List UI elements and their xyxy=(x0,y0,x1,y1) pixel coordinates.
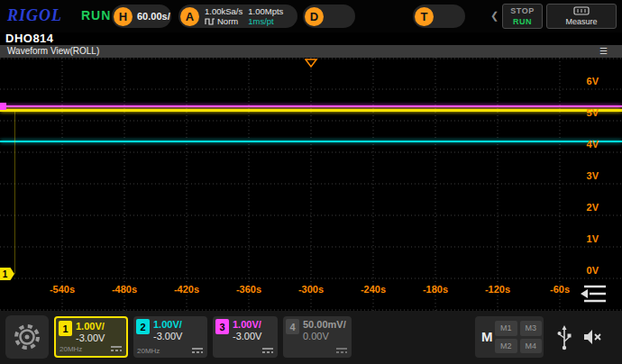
channel-1-badge: 1 xyxy=(59,321,72,336)
ch3-position-marker[interactable] xyxy=(0,103,6,110)
channel-4-badge: 4 xyxy=(286,319,299,334)
x-axis-label: -480s xyxy=(104,284,145,295)
acq-mode: Norm xyxy=(217,16,238,26)
y-axis-label: 6V xyxy=(572,76,599,86)
math-label: M xyxy=(481,316,493,358)
y-axis-label: 3V xyxy=(572,170,599,181)
chevron-left-icon[interactable]: ❮ xyxy=(490,10,499,22)
dc-coupling-icon xyxy=(261,347,274,354)
view-title-bar: Waveform View(ROLL) ☰ xyxy=(0,45,622,58)
acq-mode-row: Norm xyxy=(205,16,242,26)
square-wave-icon xyxy=(205,17,215,25)
horizontal-settings-pill[interactable]: H 60.00s/ xyxy=(112,5,171,28)
waveform-display: 1 6V 5V 4V 3V 2V 1V 0V -540s -480s -420s… xyxy=(0,58,622,311)
channel-4-block[interactable]: 4 50.00mV/ 0.00V xyxy=(283,316,352,358)
timebase-value: 60.00s/ xyxy=(137,11,170,22)
math-button-grid: M1 M3 M2 M4 xyxy=(495,321,542,353)
acquisition-column-2: 1.00Mpts 1ms/pt xyxy=(248,6,283,26)
ch1-trace xyxy=(0,109,622,112)
channel-1-block[interactable]: 1 1.00V/ -3.00V 20MHz xyxy=(54,316,128,358)
channel-3-block[interactable]: 3 1.00V/ -3.00V xyxy=(213,316,278,358)
view-title: Waveform View(ROLL) xyxy=(7,45,99,58)
bottom-channel-bar: 1 1.00V/ -3.00V 20MHz 2 1.00V/ -3.00V 20… xyxy=(0,311,622,364)
measure-icon xyxy=(573,6,590,15)
channel-2-block[interactable]: 2 1.00V/ -3.00V 20MHz xyxy=(133,316,207,358)
dc-coupling-icon xyxy=(191,347,204,354)
x-axis-label: -420s xyxy=(166,284,207,295)
top-status-bar: RIGOL RUN H 60.00s/ A 1.00kSa/s Norm 1.0… xyxy=(0,0,622,32)
x-axis-label: -300s xyxy=(290,284,332,295)
math-panel[interactable]: M M1 M3 M2 M4 xyxy=(475,316,544,358)
a-knob[interactable]: A xyxy=(180,7,199,26)
graticule xyxy=(0,58,622,311)
channel-1-bandwidth: 20MHz xyxy=(59,345,82,353)
x-axis-label: -60s xyxy=(539,284,581,295)
decode-settings-pill[interactable]: D xyxy=(303,5,355,28)
ch3-trace xyxy=(0,105,622,107)
h-knob[interactable]: H xyxy=(114,7,133,26)
measure-button[interactable]: Measure xyxy=(546,4,617,29)
y-axis-label: 5V xyxy=(572,107,599,118)
gear-icon xyxy=(11,321,43,353)
usb-icon xyxy=(557,325,572,350)
channel-1-offset: -3.00V xyxy=(76,332,105,343)
memory-depth: 1.00Mpts xyxy=(248,6,283,16)
channel-3-badge: 3 xyxy=(215,319,229,334)
x-axis-label: -360s xyxy=(228,284,270,295)
x-axis-label: -120s xyxy=(477,284,518,295)
channel-2-scale: 1.00V/ xyxy=(153,319,182,330)
math-button-m1[interactable]: M1 xyxy=(495,321,517,336)
d-knob[interactable]: D xyxy=(305,7,324,26)
acquisition-settings-pill[interactable]: A 1.00kSa/s Norm 1.00Mpts 1ms/pt xyxy=(178,5,297,28)
speaker-mute-icon[interactable] xyxy=(582,327,604,347)
math-button-m3[interactable]: M3 xyxy=(520,321,543,336)
oscilloscope-screen: RIGOL RUN H 60.00s/ A 1.00kSa/s Norm 1.0… xyxy=(0,0,622,364)
settings-gear-button[interactable] xyxy=(5,315,49,359)
acquisition-status: RUN xyxy=(81,8,111,23)
math-button-m2[interactable]: M2 xyxy=(495,339,517,354)
x-axis-label: -240s xyxy=(352,284,394,295)
channel-2-badge: 2 xyxy=(136,319,150,334)
channel-2-offset: -3.00V xyxy=(153,331,182,341)
dc-coupling-icon xyxy=(335,347,348,354)
sample-rate: 1.00kSa/s xyxy=(205,6,242,16)
y-axis-label: 1V xyxy=(572,233,599,244)
y-axis-label: 0V xyxy=(572,265,599,276)
channel-1-scale: 1.00V/ xyxy=(76,321,105,332)
x-axis-label: -180s xyxy=(415,284,456,295)
channel-3-scale: 1.00V/ xyxy=(233,319,261,330)
channel-2-bandwidth: 20MHz xyxy=(137,347,160,355)
rigol-logo: RIGOL xyxy=(7,6,62,25)
sample-interval: 1ms/pt xyxy=(248,16,283,26)
ch1-marker-label: 1 xyxy=(0,269,10,279)
run-label: RUN xyxy=(513,16,532,27)
stop-run-button[interactable]: STOP RUN xyxy=(502,4,543,29)
measure-label: Measure xyxy=(565,16,597,27)
model-name: DHO814 xyxy=(5,32,54,45)
channel-4-scale: 50.00mV/ xyxy=(303,319,346,330)
menu-icon[interactable]: ☰ xyxy=(599,45,608,58)
channel-4-offset: 0.00V xyxy=(303,331,329,341)
x-axis-label: -540s xyxy=(41,284,83,295)
trigger-settings-pill[interactable]: T xyxy=(413,5,465,28)
y-axis-label: 4V xyxy=(572,139,599,150)
ch1-reference-line xyxy=(14,110,15,274)
stop-label: STOP xyxy=(510,5,534,16)
math-button-m4[interactable]: M4 xyxy=(520,339,543,354)
acquisition-column-1: 1.00kSa/s Norm xyxy=(205,6,242,26)
trigger-position-marker[interactable] xyxy=(305,59,317,68)
dc-coupling-icon xyxy=(110,345,123,352)
channel-3-offset: -3.00V xyxy=(233,331,261,341)
y-axis-label: 2V xyxy=(572,202,599,213)
t-knob[interactable]: T xyxy=(415,7,434,26)
menu-collapse-icon[interactable] xyxy=(577,281,611,306)
ch2-trace xyxy=(0,141,622,142)
